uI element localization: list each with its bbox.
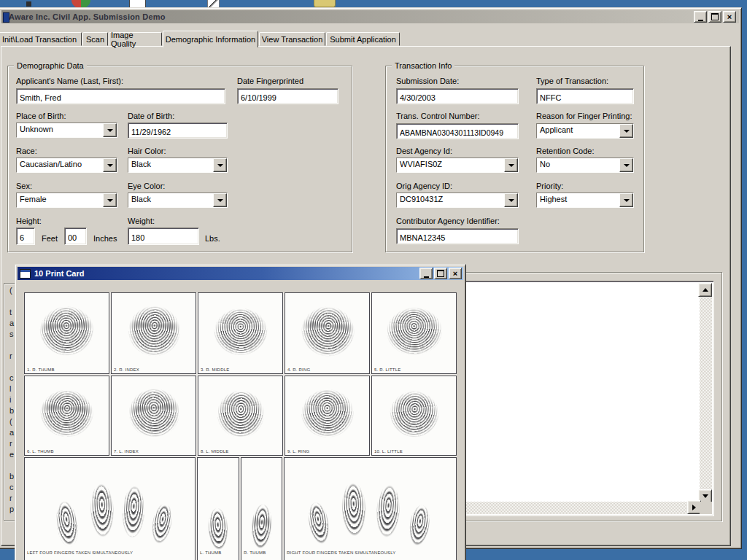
close-button[interactable]: × [723,11,736,23]
dropdown-button[interactable] [504,158,518,172]
print-card-titlebar[interactable]: 10 Print Card × [18,267,463,280]
weight-field[interactable] [128,228,199,245]
trans-control-number-field[interactable] [396,123,519,139]
height-feet-field[interactable] [16,228,35,245]
sex-dropdown[interactable]: Female [16,192,117,208]
tab-submit-application[interactable]: Submit Application [326,32,400,46]
dropdown-value: Unknown [17,123,103,137]
tab-image-quality[interactable]: Image Quality [109,32,162,46]
fingerprint-cell-l-index[interactable]: 7. L. INDEX [111,376,196,456]
cell-label: L. THUMB [200,551,222,555]
cell-label: 6. L. THUMB [27,449,54,454]
place-of-birth-label: Place of Birth: [16,112,66,121]
tab-label: Image Quality [111,31,160,48]
scroll-up-button[interactable] [698,283,712,297]
feet-unit-label: Feet [42,234,58,244]
print-card-window: 10 Print Card × 1. R. THUMB 2. R. INDEX … [15,264,466,560]
fingerprint-cell-r-middle[interactable]: 3. R. MIDDLE [198,292,283,374]
cell-label: 2. R. INDEX [114,368,139,372]
desktop-icon-fragment [26,1,31,7]
fingerprint-cell-l-little[interactable]: 10. L. LITTLE [371,376,457,456]
fingerprint-image [402,496,437,556]
date-of-birth-field[interactable] [128,122,228,139]
chevron-down-icon [107,199,113,205]
cell-label: R. THUMB [244,551,266,555]
fingerprint-cell-l-thumb-slap[interactable]: L. THUMB [197,457,239,560]
chevron-down-icon [508,199,514,205]
priority-dropdown[interactable]: Highest [536,192,634,208]
form-icon [20,269,31,279]
fingerprint-cell-r-little[interactable]: 5. R. LITTLE [371,292,457,374]
tab-init-load-transaction[interactable]: Init\Load Transaction [0,32,82,46]
fingerprint-image [300,492,337,554]
dest-agency-label: Dest Agency Id: [396,147,452,156]
dropdown-button[interactable] [103,123,117,137]
dropdown-value: DC910431Z [397,193,504,207]
dropdown-button[interactable] [504,193,518,207]
tab-scan[interactable]: Scan [82,32,108,46]
print-card-maximize-button[interactable] [434,268,447,279]
fingerprint-image [144,494,180,553]
dropdown-button[interactable] [619,124,633,138]
dest-agency-dropdown[interactable]: WVIAFIS0Z [396,158,519,173]
dropdown-button[interactable] [103,158,117,172]
fingerprint-image [207,381,274,447]
vertical-scrollbar[interactable] [700,283,712,502]
date-fingerprinted-field[interactable] [237,88,338,104]
contributor-agency-field[interactable] [396,228,519,244]
eye-color-dropdown[interactable]: Black [128,192,228,208]
fingerprint-cell-r-index[interactable]: 2. R. INDEX [111,292,196,374]
race-label: Race: [16,147,37,156]
applicant-name-field[interactable] [16,88,225,104]
maximize-button[interactable] [708,11,721,23]
fingerprint-cell-l-ring[interactable]: 9. L. RING [285,376,370,456]
scroll-right-icon [692,505,699,510]
height-label: Height: [16,217,42,226]
submission-date-field[interactable] [396,88,519,104]
scroll-up-icon [703,285,708,292]
dropdown-button[interactable] [619,193,633,207]
window-title: Aware Inc. Civil App. Submission Demo [9,12,166,21]
dropdown-value: Caucasian/Latino [17,158,103,172]
hair-color-dropdown[interactable]: Black [128,158,228,173]
print-card-minimize-button[interactable] [419,268,433,279]
minimize-button[interactable] [694,11,707,23]
minimize-icon [698,14,703,21]
tab-view-transaction[interactable]: View Transaction [259,32,325,46]
type-of-transaction-field[interactable] [536,88,634,104]
fingerprint-cell-l-middle[interactable]: 8. L. MIDDLE [198,376,283,456]
dropdown-button[interactable] [103,193,117,207]
orig-agency-dropdown[interactable]: DC910431Z [396,192,519,208]
fingerprint-cell-right-slap[interactable]: RIGHT FOUR FINGERS TAKEN SIMULTANEOUSLY [284,457,457,560]
transaction-text-area[interactable] [464,281,714,516]
main-window-titlebar[interactable]: Aware Inc. Civil App. Submission Demo × [1,10,739,23]
fingerprint-cell-r-ring[interactable]: 4. R. RING [285,292,370,374]
reason-for-fingerprinting-dropdown[interactable]: Applicant [536,123,634,139]
horizontal-scrollbar[interactable] [466,502,700,514]
cell-label: 8. L. MIDDLE [201,449,228,454]
fingerprint-image [117,476,151,548]
cell-label: 5. R. LITTLE [374,368,400,372]
race-dropdown[interactable]: Caucasian/Latino [16,158,117,173]
dropdown-value: Black [128,193,213,207]
fingerprint-cell-r-thumb[interactable]: 1. R. THUMB [24,292,109,374]
dropdown-value: No [537,158,619,172]
dropdown-value: Highest [537,193,619,207]
place-of-birth-dropdown[interactable]: Unknown [16,122,117,138]
dropdown-button[interactable] [213,193,227,207]
maximize-icon [711,13,719,20]
fingerprint-cell-l-thumb[interactable]: 6. L. THUMB [24,376,109,456]
height-inches-field[interactable] [64,228,87,245]
tab-label: View Transaction [262,35,323,44]
fingerprint-cell-left-slap[interactable]: LEFT FOUR FINGERS TAKEN SIMULTANEOUSLY [24,457,196,560]
print-card-close-button[interactable]: × [449,268,462,279]
dropdown-value: Black [128,158,213,172]
dropdown-button[interactable] [213,158,227,172]
retention-code-dropdown[interactable]: No [536,158,634,173]
fingerprint-image [203,298,278,365]
dropdown-button[interactable] [619,158,633,172]
fingerprint-image [245,495,278,560]
dropdown-value: Applicant [537,124,619,138]
tab-demographic-information[interactable]: Demographic Information [163,31,258,47]
fingerprint-cell-r-thumb-slap[interactable]: R. THUMB [241,457,282,560]
